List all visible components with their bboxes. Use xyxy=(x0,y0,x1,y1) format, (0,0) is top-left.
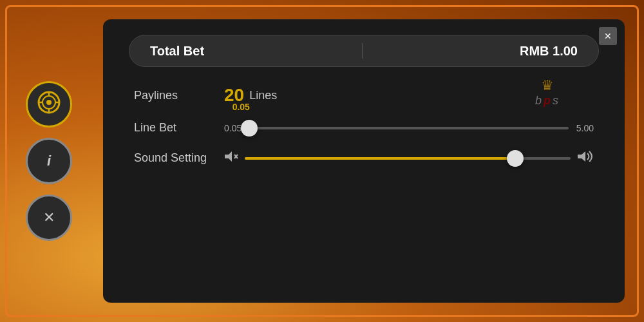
close-icon: ✕ xyxy=(43,209,55,226)
svg-marker-7 xyxy=(225,151,232,162)
line-bet-thumb[interactable]: 0.05 xyxy=(241,120,258,137)
sidebar-chip-button[interactable] xyxy=(26,81,72,128)
total-bet-divider xyxy=(362,43,363,59)
paylines-unit: Lines xyxy=(249,89,277,102)
close-x-icon: ✕ xyxy=(604,31,612,41)
line-bet-row: Line Bet 0.05 0.05 5.00 xyxy=(134,121,594,135)
sidebar-info-button[interactable]: i xyxy=(26,138,72,184)
sound-thumb[interactable] xyxy=(507,150,524,167)
sound-loud-icon xyxy=(577,150,594,166)
line-bet-track: 0.05 xyxy=(249,127,569,129)
sound-slider-wrapper xyxy=(245,157,571,160)
paylines-label: Paylines xyxy=(134,89,224,102)
svg-point-2 xyxy=(46,100,52,105)
watermark-text: bps xyxy=(535,94,560,107)
total-bet-bar: Total Bet RMB 1.00 xyxy=(129,35,599,67)
settings-section: Paylines 20 Lines Line Bet 0.05 0.05 5.0… xyxy=(129,85,599,166)
line-bet-min: 0.05 xyxy=(224,123,242,133)
sound-setting-label: Sound Setting xyxy=(134,151,224,165)
paylines-row: Paylines 20 Lines xyxy=(134,85,594,106)
sound-fill xyxy=(245,157,515,160)
sidebar: i ✕ xyxy=(26,81,72,241)
main-panel: ✕ Total Bet RMB 1.00 ♛ bps Paylines 20 L… xyxy=(103,19,625,303)
chip-icon xyxy=(37,91,61,118)
watermark-crown: ♛ xyxy=(535,77,560,94)
close-button[interactable]: ✕ xyxy=(599,27,617,45)
total-bet-label: Total Bet xyxy=(150,44,204,59)
sound-track xyxy=(245,157,571,160)
svg-marker-10 xyxy=(578,151,585,162)
total-bet-value: RMB 1.00 xyxy=(520,44,578,59)
line-bet-slider-wrapper: 0.05 xyxy=(249,127,569,129)
line-bet-tooltip: 0.05 xyxy=(232,102,250,112)
sound-setting-row: Sound Setting xyxy=(134,150,594,166)
sidebar-close-button[interactable]: ✕ xyxy=(26,194,72,241)
sound-muted-icon xyxy=(224,151,238,166)
line-bet-max: 5.00 xyxy=(576,123,594,133)
watermark: ♛ bps xyxy=(535,77,560,108)
info-icon: i xyxy=(47,153,51,169)
line-bet-label: Line Bet xyxy=(134,121,224,135)
